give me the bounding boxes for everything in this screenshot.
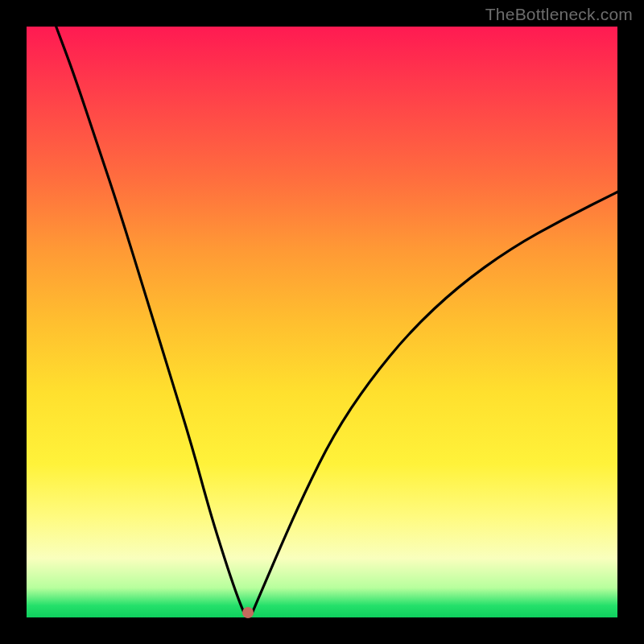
curve-right-branch <box>252 192 617 613</box>
bottleneck-curve <box>27 27 617 617</box>
curve-left-branch <box>56 27 244 613</box>
minimum-marker-dot <box>242 607 254 618</box>
watermark-text: TheBottleneck.com <box>485 5 633 24</box>
chart-frame: TheBottleneck.com <box>0 0 644 644</box>
plot-area <box>27 27 617 617</box>
